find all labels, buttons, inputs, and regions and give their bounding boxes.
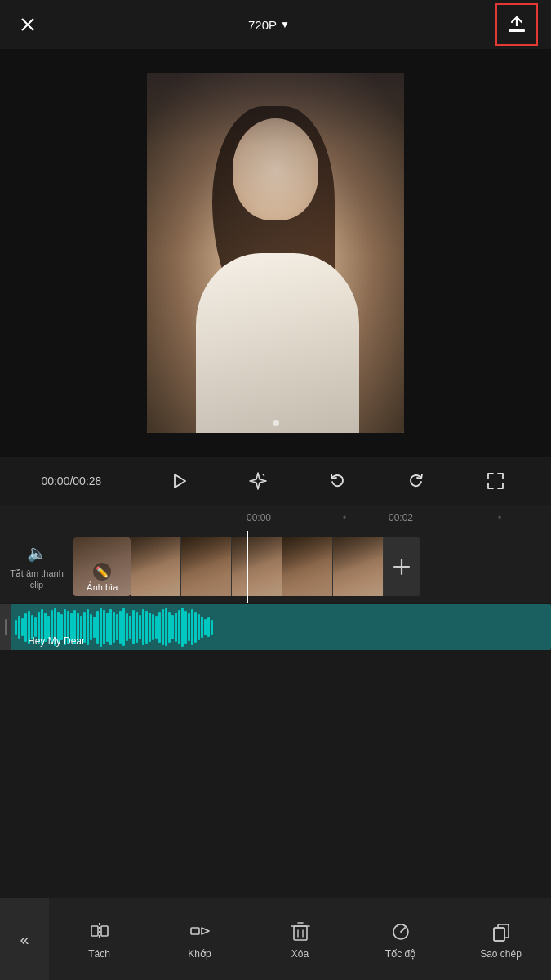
preview-area: [0, 49, 551, 457]
khop-label: Khớp: [188, 948, 211, 960]
resolution-label: 720P: [248, 18, 277, 32]
clip-track: 🔈 Tắt âm thanhclip ✏️ Ảnh bìa: [0, 531, 551, 603]
top-bar: 720P ▼: [0, 0, 551, 49]
time-display: 00:00/00:28: [41, 474, 114, 488]
magic-icon: [247, 470, 269, 492]
svg-line-6: [263, 474, 264, 476]
svg-line-22: [403, 924, 405, 926]
tach-label: Tách: [88, 948, 110, 960]
play-icon: [167, 469, 191, 493]
fullscreen-icon: [484, 470, 507, 492]
svg-line-20: [401, 928, 405, 932]
back-icon: «: [20, 930, 29, 949]
xoa-label: Xóa: [291, 948, 309, 960]
controls-bar: 00:00/00:28: [0, 457, 551, 505]
timeline-ruler: 00:00 • 00:02 •: [0, 505, 551, 531]
back-button[interactable]: «: [0, 898, 49, 980]
svg-rect-24: [494, 928, 504, 941]
timeline-cursor: [247, 531, 248, 603]
thumb-2[interactable]: [181, 537, 232, 596]
ruler-dot-1: •: [343, 512, 346, 523]
magic-button[interactable]: [243, 466, 273, 496]
toolbar-item-tocdo[interactable]: Tốc độ: [350, 898, 451, 980]
audio-track: Hey My Dear: [0, 604, 551, 650]
svg-rect-11: [101, 926, 108, 936]
close-icon: [19, 16, 37, 33]
svg-rect-2: [509, 29, 525, 32]
delete-icon: [288, 919, 313, 943]
add-clip-button[interactable]: [384, 537, 420, 596]
speaker-icon: 🔈: [27, 543, 47, 563]
audio-mute-button[interactable]: 🔈 Tắt âm thanhclip: [0, 537, 73, 596]
thumb-4[interactable]: [282, 537, 333, 596]
toolbar-item-tach[interactable]: Tách: [49, 898, 149, 980]
mute-label: Tắt âm thanhclip: [10, 568, 64, 591]
fullscreen-button[interactable]: [481, 466, 510, 496]
export-button[interactable]: [495, 3, 538, 46]
redo-button[interactable]: [402, 466, 431, 496]
svg-rect-10: [91, 926, 98, 936]
undo-icon: [326, 470, 349, 492]
saochep-label: Sao chép: [480, 948, 522, 960]
toolbar-items: Tách Khớp: [49, 898, 551, 980]
video-strip: [131, 537, 551, 596]
bottom-toolbar: « Tách: [0, 898, 551, 980]
undo-button[interactable]: [322, 466, 352, 496]
ruler-mark-00: 00:00: [247, 512, 271, 523]
split-icon: [87, 919, 112, 943]
plus-icon: [391, 556, 412, 577]
resolution-selector[interactable]: 720P ▼: [248, 18, 290, 32]
photo-overlay: [147, 74, 404, 433]
empty-track-area: [0, 650, 551, 748]
app-wrapper: 720P ▼ 00:00/00:28: [0, 0, 551, 980]
toolbar-item-saochep[interactable]: Sao chép: [451, 898, 551, 980]
audio-waveform[interactable]: Hey My Dear: [11, 604, 551, 650]
copy-icon: [489, 919, 513, 943]
cover-clip[interactable]: ✏️ Ảnh bìa: [73, 537, 131, 596]
handle-line: [5, 619, 7, 635]
waveform-bar: [15, 620, 17, 635]
scrubber-dot: [273, 420, 279, 426]
thumb-3[interactable]: [232, 537, 282, 596]
audio-track-name: Hey My Dear: [28, 635, 85, 647]
thumb-5[interactable]: [333, 537, 384, 596]
toolbar-item-xoa[interactable]: Xóa: [250, 898, 350, 980]
edit-icon: ✏️: [93, 563, 111, 581]
svg-line-21: [397, 924, 398, 926]
play-button[interactable]: [164, 466, 193, 496]
svg-marker-13: [202, 928, 209, 934]
svg-rect-12: [191, 928, 199, 934]
toolbar-item-khop[interactable]: Khớp: [149, 898, 250, 980]
ruler-dot-2: •: [498, 512, 501, 523]
svg-marker-4: [175, 474, 185, 488]
tocdo-label: Tốc độ: [385, 948, 415, 960]
waveform-bars: [11, 604, 551, 650]
speed-icon: [389, 919, 413, 943]
audio-handle[interactable]: [0, 604, 11, 650]
match-icon: [188, 919, 212, 943]
svg-rect-14: [294, 926, 307, 940]
thumb-1[interactable]: [131, 537, 181, 596]
ruler-mark-02: 00:02: [389, 512, 413, 523]
cover-label: Ảnh bìa: [87, 582, 118, 593]
upload-icon: [506, 14, 527, 35]
close-button[interactable]: [13, 10, 42, 39]
video-frame: [147, 74, 404, 433]
chevron-down-icon: ▼: [280, 19, 290, 30]
redo-icon: [405, 470, 428, 492]
